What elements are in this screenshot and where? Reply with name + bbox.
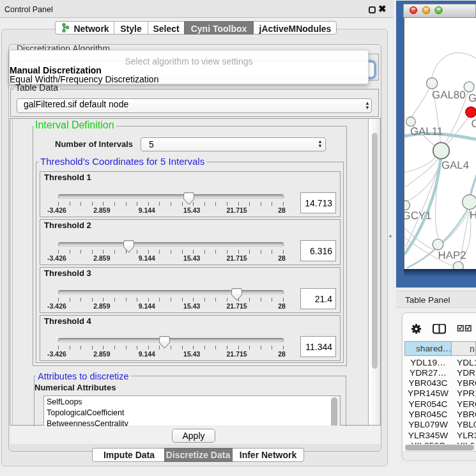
svg-text:GAL4: GAL4 <box>441 159 469 171</box>
svg-text:GAL80: GAL80 <box>432 89 465 101</box>
svg-text:G: G <box>468 92 476 104</box>
svg-text:GCY1: GCY1 <box>404 210 431 222</box>
svg-text:C: C <box>472 118 476 130</box>
svg-text:GAL11: GAL11 <box>410 125 443 137</box>
svg-text:H: H <box>470 210 476 222</box>
svg-text:HAP2: HAP2 <box>438 249 466 261</box>
